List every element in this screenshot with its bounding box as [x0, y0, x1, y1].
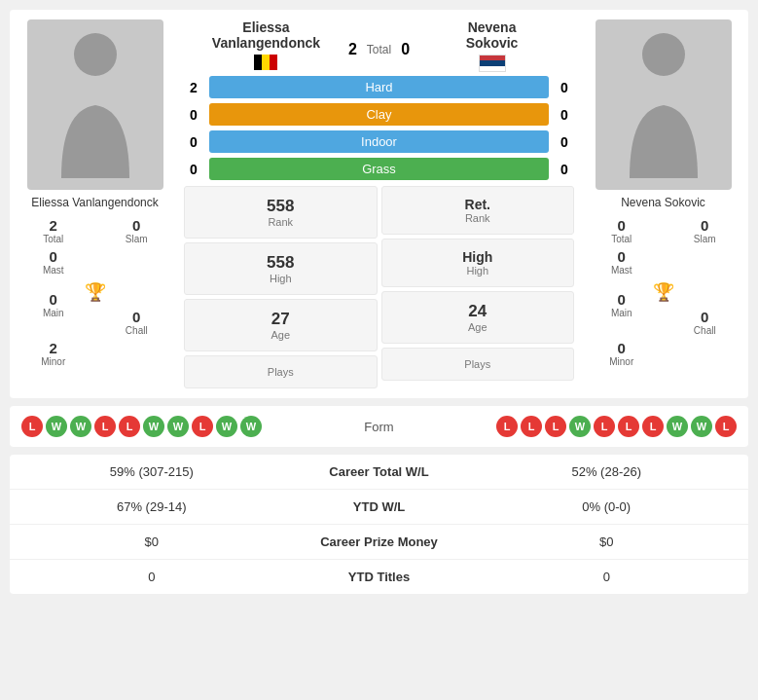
- bottom-row: $0 Career Prize Money $0: [10, 525, 748, 560]
- right-flag: [410, 55, 574, 72]
- form-badge-L: L: [521, 416, 542, 437]
- right-slam-stat: 0 Slam: [669, 217, 741, 244]
- form-badge-L: L: [496, 416, 518, 437]
- form-badge-W: W: [167, 416, 189, 437]
- left-player-card: Eliessa Vanlangendonck 2 Total 0 Slam 0 …: [10, 10, 180, 398]
- left-mast-stat: 0 Mast: [18, 248, 90, 276]
- svg-point-1: [642, 33, 685, 76]
- stat-cols: 558 Rank 558 High 27 Age Plays: [184, 186, 574, 388]
- bottom-center-label: Career Total W/L: [282, 464, 477, 479]
- right-mast-stat: 0 Mast: [586, 248, 658, 276]
- bottom-center-label: Career Prize Money: [282, 534, 477, 549]
- bottom-center-label: YTD Titles: [282, 570, 477, 584]
- right-stat-boxes: Ret. Rank High High 24 Age Plays: [381, 186, 575, 388]
- bottom-left-val: 59% (307-215): [21, 464, 282, 479]
- form-badge-W: W: [667, 416, 688, 437]
- right-rank-box: Ret. Rank: [381, 186, 575, 235]
- right-name-header: Nevena Sokovic: [410, 19, 574, 72]
- form-badge-W: W: [691, 416, 712, 437]
- hard-row: 2 Hard 0: [184, 76, 574, 98]
- right-minor-stat: 0 Minor: [586, 340, 658, 367]
- form-badge-L: L: [192, 416, 213, 437]
- bottom-left-val: 67% (29-14): [21, 499, 282, 514]
- right-chall-stat: 0 Chall: [669, 309, 741, 336]
- form-label: Form: [270, 420, 488, 434]
- left-high-box: 558 High: [184, 242, 378, 295]
- right-total-stat: 0 Total: [586, 217, 658, 244]
- form-badge-L: L: [715, 416, 737, 437]
- indoor-row: 0 Indoor 0: [184, 130, 574, 153]
- form-section: LWWLLWWLWW Form LLLWLLLWWL: [10, 406, 748, 447]
- total-row: 2 Total 0: [348, 19, 410, 72]
- bottom-row: 67% (29-14) YTD W/L 0% (0-0): [10, 490, 748, 525]
- indoor-badge: Indoor: [209, 130, 549, 153]
- left-minor-stat: 2 Minor: [18, 340, 90, 367]
- form-badge-L: L: [594, 416, 615, 437]
- left-chall-stat: 0 Chall: [101, 309, 173, 336]
- form-badge-W: W: [569, 416, 591, 437]
- bottom-right-val: 52% (28-26): [477, 464, 738, 479]
- form-badge-L: L: [642, 416, 664, 437]
- left-name-header: Eliessa Vanlangendonck: [184, 19, 348, 72]
- grass-badge: Grass: [209, 158, 549, 180]
- form-badge-L: L: [21, 416, 43, 437]
- form-badge-L: L: [119, 416, 140, 437]
- left-player-name: Eliessa Vanlangendonck: [31, 196, 159, 209]
- left-main-stat: 0 Main: [18, 291, 90, 336]
- form-badge-W: W: [143, 416, 164, 437]
- left-form-badges: LWWLLWWLWW: [21, 416, 262, 437]
- svg-point-0: [74, 33, 117, 76]
- bottom-row: 0 YTD Titles 0: [10, 560, 748, 594]
- bottom-center-label: YTD W/L: [282, 499, 477, 514]
- bottom-left-val: 0: [21, 570, 282, 584]
- left-slam-stat: 0 Slam: [101, 217, 173, 244]
- left-stat-boxes: 558 Rank 558 High 27 Age Plays: [184, 186, 378, 388]
- right-player-name: Nevena Sokovic: [621, 196, 705, 209]
- bottom-right-val: 0% (0-0): [477, 499, 738, 514]
- bottom-right-val: 0: [477, 570, 738, 584]
- right-player-avatar: [596, 19, 732, 190]
- left-player-avatar: [27, 19, 163, 190]
- left-total-stat: 2 Total: [18, 217, 90, 244]
- surface-comparison: 2 Hard 0 0 Clay 0 0 Indoor 0 0 Grass: [184, 76, 574, 180]
- bottom-left-val: $0: [21, 534, 282, 549]
- bottom-right-val: $0: [477, 534, 738, 549]
- left-age-box: 27 Age: [184, 299, 378, 351]
- bottom-row: 59% (307-215) Career Total W/L 52% (28-2…: [10, 455, 748, 490]
- right-form-badges: LLLWLLLWWL: [496, 416, 737, 437]
- left-plays-box: Plays: [184, 355, 378, 388]
- form-badge-W: W: [46, 416, 67, 437]
- right-main-stat: 0 Main: [586, 291, 658, 336]
- form-badge-W: W: [70, 416, 91, 437]
- hard-badge: Hard: [209, 76, 549, 98]
- comparison-section: Eliessa Vanlangendonck 2 Total 0 Slam 0 …: [10, 10, 748, 398]
- clay-row: 0 Clay 0: [184, 103, 574, 126]
- grass-row: 0 Grass 0: [184, 158, 574, 180]
- left-rank-box: 558 Rank: [184, 186, 378, 239]
- main-container: Eliessa Vanlangendonck 2 Total 0 Slam 0 …: [0, 0, 758, 604]
- right-player-card: Nevena Sokovic 0 Total 0 Slam 0 Mast 🏆: [578, 10, 748, 398]
- right-age-box: 24 Age: [381, 291, 575, 344]
- clay-badge: Clay: [209, 103, 549, 126]
- center-section: Eliessa Vanlangendonck 2 Total 0: [180, 10, 578, 398]
- form-badge-L: L: [618, 416, 639, 437]
- left-flag: [184, 55, 348, 70]
- form-badge-W: W: [216, 416, 237, 437]
- names-header: Eliessa Vanlangendonck 2 Total 0: [184, 19, 574, 72]
- form-badge-L: L: [545, 416, 566, 437]
- form-badge-W: W: [240, 416, 262, 437]
- form-badge-L: L: [94, 416, 116, 437]
- right-plays-box: Plays: [381, 348, 575, 381]
- bottom-stats: 59% (307-215) Career Total W/L 52% (28-2…: [10, 455, 748, 594]
- right-high-box: High High: [381, 239, 575, 287]
